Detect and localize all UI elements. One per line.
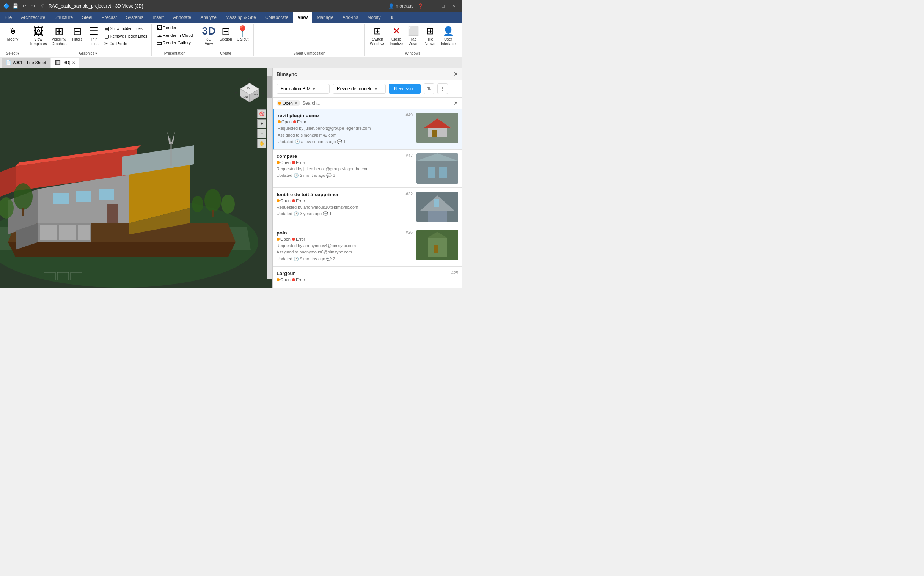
- render-options: 🖼 Render ☁ Render in Cloud 🗃 Render Gall…: [155, 24, 194, 46]
- callout-button[interactable]: 📍 Callout: [235, 24, 251, 43]
- tab-structure[interactable]: Structure: [50, 12, 77, 23]
- issue-26-open-badge: Open: [276, 237, 290, 241]
- issue-47-title: compare: [276, 153, 297, 159]
- select-items: 🖱 Modify: [5, 24, 21, 49]
- issue-47-error-dot: [292, 161, 295, 164]
- filter-tag-close[interactable]: ✕: [294, 101, 298, 106]
- undo-icon[interactable]: ↩: [21, 2, 28, 10]
- visibility-graphics-button[interactable]: ⊞ Visibility/Graphics: [50, 24, 68, 47]
- tab-3d[interactable]: 🔲 {3D} ✕: [51, 58, 79, 67]
- section-button[interactable]: ⊟ Section: [218, 24, 233, 43]
- tab-file[interactable]: File: [0, 12, 16, 23]
- 3d-tab-close[interactable]: ✕: [72, 61, 75, 65]
- render-cloud-button[interactable]: ☁ Render in Cloud: [155, 32, 194, 39]
- search-clear-button[interactable]: ✕: [454, 100, 458, 106]
- tab-annotate[interactable]: Annotate: [168, 12, 196, 23]
- issue-32-requested-by: Requested by anonymous10@bimsync.com: [276, 204, 413, 211]
- close-inactive-icon: ✕: [390, 25, 402, 37]
- issue-25-open-label: Open: [280, 277, 290, 282]
- 3d-view-button[interactable]: 3D 3DView: [201, 24, 216, 47]
- search-input[interactable]: [302, 101, 452, 106]
- render-button[interactable]: 🖼 Render: [155, 24, 194, 31]
- help-icon[interactable]: ❓: [417, 2, 424, 10]
- switch-windows-button[interactable]: ⊞ SwitchWindows: [368, 24, 387, 47]
- tab-addins[interactable]: Add-Ins: [338, 12, 362, 23]
- close-button[interactable]: ✕: [448, 1, 459, 11]
- view-tabs: 📄 A001 - Title Sheet 🔲 {3D} ✕: [0, 57, 462, 68]
- project-dropdown[interactable]: Formation BIM ▼: [276, 84, 330, 94]
- ribbon-group-presentation: 🖼 Render ☁ Render in Cloud 🗃 Render Gall…: [153, 24, 198, 56]
- callout-label: Callout: [237, 37, 249, 42]
- minimize-button[interactable]: ─: [427, 1, 438, 11]
- filters-button[interactable]: ⊟ Filters: [70, 24, 85, 43]
- issue-item-25[interactable]: Largeur #25 Open Error: [273, 267, 462, 285]
- tab-insert[interactable]: Insert: [148, 12, 168, 23]
- ribbon-group-select: 🖱 Modify Select ▾: [2, 24, 24, 56]
- view-templates-icon: 🖼: [32, 25, 45, 37]
- tab-steel[interactable]: Steel: [77, 12, 97, 23]
- issue-item-49[interactable]: revit plugin demo #49 Open Error: [273, 109, 462, 149]
- user-interface-button[interactable]: 👤 UserInterface: [439, 24, 457, 47]
- issue-item-47[interactable]: compare #47 Open Error: [273, 149, 462, 188]
- tab-collaborate[interactable]: Collaborate: [260, 12, 293, 23]
- pan-button[interactable]: ✋: [257, 139, 266, 148]
- tab-more[interactable]: ⬇: [385, 12, 398, 23]
- close-inactive-button[interactable]: ✕ CloseInactive: [388, 24, 404, 47]
- user-info[interactable]: 👤 moreaus: [388, 3, 413, 9]
- new-issue-button[interactable]: New Issue: [389, 84, 421, 94]
- more-options-button[interactable]: ⋮: [437, 83, 448, 94]
- bimsync-title: Bimsync: [276, 71, 297, 77]
- issue-item-26[interactable]: polo #26 Open Error Re: [273, 226, 462, 267]
- ribbon-group-windows: ⊞ SwitchWindows ✕ CloseInactive ⬜ TabVie…: [365, 24, 461, 56]
- title-sheet-icon: 📄: [6, 60, 11, 65]
- project-dropdown-arrow-icon: ▼: [312, 87, 316, 91]
- bimsync-close-button[interactable]: ✕: [454, 71, 458, 77]
- issue-item-32[interactable]: fenêtre de toit à supprimer #32 Open Err…: [273, 188, 462, 226]
- svg-rect-56: [428, 211, 447, 222]
- tab-modify[interactable]: Modify: [362, 12, 385, 23]
- thin-lines-button[interactable]: ☰ ThinLines: [86, 24, 102, 47]
- svg-marker-29: [171, 132, 175, 144]
- viewport-scrollbar[interactable]: [267, 68, 272, 278]
- issue-49-thumb-svg: [417, 113, 458, 143]
- view-cube[interactable]: TOP FRONT LEFT N S W E: [235, 75, 265, 106]
- review-type-dropdown[interactable]: Revue de modèle ▼: [333, 84, 386, 94]
- tile-views-button[interactable]: ⊞ TileViews: [423, 24, 438, 47]
- remove-hidden-lines-button[interactable]: ▢ Remove Hidden Lines: [103, 33, 148, 40]
- view-templates-button[interactable]: 🖼 ViewTemplates: [28, 24, 49, 47]
- tab-precast[interactable]: Precast: [97, 12, 121, 23]
- viewport[interactable]: TOP FRONT LEFT N S W E 🎯 + − ✋: [0, 68, 272, 288]
- tab-view[interactable]: View: [293, 12, 312, 23]
- tab-title-sheet[interactable]: 📄 A001 - Title Sheet: [2, 58, 50, 67]
- tab-massing[interactable]: Massing & Site: [221, 12, 260, 23]
- show-hidden-lines-button[interactable]: ▤ Show Hidden Lines: [103, 25, 148, 32]
- tab-analyze[interactable]: Analyze: [196, 12, 221, 23]
- zoom-fit-button[interactable]: 🎯: [257, 109, 266, 118]
- zoom-out-button[interactable]: −: [257, 129, 266, 138]
- windows-group-label: Windows: [368, 50, 457, 55]
- tab-architecture[interactable]: Architecture: [16, 12, 50, 23]
- issue-49-assigned-to: Assigned to simon@bim42.com: [278, 132, 413, 139]
- issue-32-error-badge: Error: [292, 198, 305, 203]
- show-hidden-lines-label: Show Hidden Lines: [110, 27, 143, 31]
- save-icon[interactable]: 💾: [11, 2, 19, 10]
- cut-profile-button[interactable]: ✂ Cut Profile: [103, 40, 148, 47]
- tab-manage[interactable]: Manage: [312, 12, 338, 23]
- open-filter-tag: Open ✕: [276, 100, 300, 106]
- svg-point-24: [204, 189, 221, 212]
- issue-32-thumbnail: [417, 192, 458, 222]
- render-gallery-button[interactable]: 🗃 Render Gallery: [155, 40, 194, 46]
- maximize-button[interactable]: □: [438, 1, 448, 11]
- issue-47-error-badge: Error: [292, 160, 305, 165]
- 3d-tab-label: {3D}: [62, 60, 70, 65]
- print-icon[interactable]: 🖨: [39, 2, 46, 10]
- tab-views-button[interactable]: ⬜ TabViews: [406, 24, 421, 47]
- tab-systems[interactable]: Systems: [121, 12, 148, 23]
- zoom-in-button[interactable]: +: [257, 119, 266, 128]
- render-label: Render: [163, 26, 176, 30]
- redo-icon[interactable]: ↪: [30, 2, 37, 10]
- visibility-graphics-label: Visibility/Graphics: [51, 37, 67, 46]
- render-icon: 🖼: [156, 25, 162, 31]
- sort-button[interactable]: ⇅: [424, 83, 434, 94]
- modify-button[interactable]: 🖱 Modify: [5, 24, 21, 43]
